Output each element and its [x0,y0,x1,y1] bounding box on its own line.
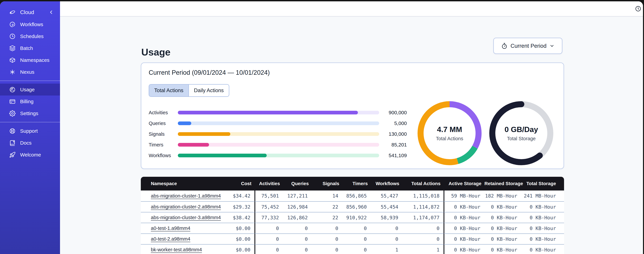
docs-icon [9,140,16,146]
column-header-activities: Activities [254,177,283,190]
usage-bar-chart: Activities900,000Queries5,000Signals130,… [149,107,407,161]
cell-retained-storage: 0 KB-Hour [484,212,521,223]
cell-total-actions: 1,174,077 [402,212,444,223]
sidebar-item-label: Settings [20,110,38,116]
cell-active-storage: 0 KB-Hour [444,212,484,223]
cell-activities: 0 [254,234,283,244]
sidebar-item-workflows[interactable]: Workflows [0,18,60,30]
namespace-usage-table: NamespaceCostActivitiesQueriesSignalsTim… [141,177,564,254]
bar-track [178,154,379,157]
cell-workflows: 1 [371,244,402,254]
donut-center: 4.7 MMTotal Actions [418,101,482,165]
cell-total-storage: 0 KB-Hour [521,201,564,212]
cell-total-storage: 241 MB-Hour [521,190,564,201]
welcome-icon [9,152,16,158]
table-header-row: NamespaceCostActivitiesQueriesSignalsTim… [141,177,564,190]
sidebar-item-settings[interactable]: Settings [0,108,60,119]
cell-workflows: 58,939 [371,212,402,223]
period-selector-button[interactable]: Current Period [493,38,562,54]
namespace-link[interactable]: abs-migration-cluster-2.a98mm4 [151,204,221,210]
cell-active-storage: 0 KB-Hour [444,244,484,254]
column-header-namespace: Namespace [141,177,228,190]
namespace-link[interactable]: bk-worker-test.a98mm4 [151,247,202,252]
cell-namespace: abs-migration-cluster-2.a98mm4 [141,201,228,212]
column-header-queries: Queries [283,177,312,190]
cell-timers: 856,960 [342,201,371,212]
cell-cost: $0.00 [228,244,254,254]
cell-retained-storage: 182 MB-Hour [484,190,521,201]
bar-track [178,143,379,146]
sidebar-item-billing[interactable]: Billing [0,96,60,108]
cell-total-actions: 0 [402,234,444,244]
cell-activities: 0 [254,223,283,234]
namespace-link[interactable]: a0-test-1.a98mm4 [151,226,190,231]
cell-signals: 0 [312,223,342,234]
sidebar-brand[interactable]: Cloud [0,6,60,18]
cell-namespace: abs-migration-cluster-1.a98mm4 [141,190,228,201]
cell-retained-storage: 0 KB-Hour [484,244,521,254]
cell-timers: 0 [342,244,371,254]
total-storage-donut: 0 GB/DayTotal Storage [489,101,553,165]
cell-signals: 0 [312,234,342,244]
cell-active-storage: 0 KB-Hour [444,234,484,244]
donut-label: Total Actions [436,136,463,142]
cell-signals: 22 [312,201,342,212]
bar-label: Timers [149,142,178,148]
chevron-down-icon [550,44,554,48]
cell-total-actions: 1,114,872 [402,201,444,212]
cell-cost: $34.42 [228,190,254,201]
namespace-link[interactable]: abs-migration-cluster-3.a98mm4 [151,215,221,220]
sidebar-item-docs[interactable]: Docs [0,137,60,149]
cell-active-storage: 0 KB-Hour [444,223,484,234]
sidebar-item-label: Workflows [20,22,43,27]
donut-label: Total Storage [507,136,536,142]
sidebar-item-label: Usage [20,87,35,92]
cell-active-storage: 59 MB-Hour [444,190,484,201]
sidebar-item-label: Nexus [20,69,34,75]
column-header-workflows: Workflows [371,177,402,190]
cell-cost: $0.00 [228,223,254,234]
cell-signals: 14 [312,190,342,201]
sidebar-item-label: Namespaces [20,57,50,63]
bar-track [178,122,379,125]
bar-value: 130,000 [379,131,407,137]
cell-workflows: 0 [371,234,402,244]
sidebar-item-welcome[interactable]: Welcome [0,149,60,161]
billing-icon [9,98,16,105]
chevron-left-icon[interactable] [48,10,54,15]
sidebar-item-batch[interactable]: Batch [0,42,60,54]
usage-summary-card: Current Period (09/01/2024 — 10/01/2024)… [141,62,564,169]
tab-daily-actions[interactable]: Daily Actions [188,84,229,96]
cell-retained-storage: 0 KB-Hour [484,201,521,212]
sidebar-item-label: Schedules [20,34,44,39]
cell-cost: $0.00 [228,234,254,244]
table-row: a0-test-1.a98mm4$0.000000000 KB-Hour0 KB… [141,223,564,234]
app-window: Cloud WorkflowsSchedulesBatchNamespacesN… [0,1,643,254]
cell-activities: 75,501 [254,190,283,201]
cell-total-storage: 0 KB-Hour [521,244,564,254]
cell-namespace: abs-migration-cluster-3.a98mm4 [141,212,228,223]
column-header-active-storage: Active Storage [444,177,484,190]
timer-icon [501,43,508,49]
cell-signals: 0 [312,244,342,254]
cell-total-storage: 0 KB-Hour [521,223,564,234]
support-icon [9,128,16,134]
namespace-link[interactable]: a0-test-2.a98mm4 [151,236,190,242]
sidebar-item-support[interactable]: Support [0,125,60,137]
bar-label: Queries [149,121,178,126]
sidebar-item-label: Batch [20,46,33,51]
sidebar-item-usage[interactable]: Usage [0,84,60,96]
namespace-link[interactable]: abs-migration-cluster-1.a98mm4 [151,193,221,198]
cell-cost: $29.32 [228,201,254,212]
sidebar-item-label: Docs [20,140,32,146]
tab-total-actions[interactable]: Total Actions [149,84,188,96]
period-selector-label: Current Period [510,43,546,49]
sidebar-item-schedules[interactable]: Schedules [0,30,60,42]
sidebar-item-nexus[interactable]: Nexus [0,66,60,78]
timezone-selector[interactable]: UTC [635,1,643,16]
column-header-cost: Cost [228,177,254,190]
sidebar-item-namespaces[interactable]: Namespaces [0,54,60,66]
donut-value: 4.7 MM [437,125,462,134]
bar-label: Workflows [149,153,178,158]
cell-namespace: bk-worker-test.a98mm4 [141,244,228,254]
